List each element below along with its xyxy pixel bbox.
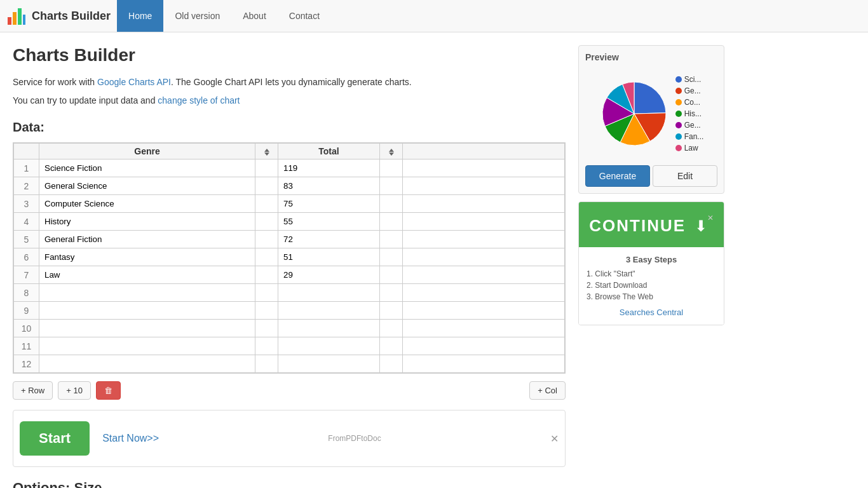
total-cell[interactable]: [278, 177, 380, 195]
genre-cell[interactable]: [39, 248, 255, 266]
total-cell[interactable]: [278, 231, 380, 248]
change-style-link[interactable]: change style of chart: [158, 95, 240, 105]
edit-button[interactable]: Edit: [653, 165, 717, 187]
brand-logo[interactable]: Charts Builder: [6, 6, 111, 26]
genre-input[interactable]: [44, 233, 250, 245]
legend-item: Ge...: [675, 86, 704, 95]
genre-input[interactable]: [44, 304, 250, 316]
generate-button[interactable]: Generate: [585, 165, 650, 187]
table-row: 4: [14, 213, 565, 231]
total-input[interactable]: [283, 269, 374, 281]
intro-paragraph-2: You can try to update input data and cha…: [13, 94, 566, 107]
total-input[interactable]: [283, 304, 374, 316]
genre-cell[interactable]: [39, 284, 255, 302]
total-cell[interactable]: [278, 355, 380, 373]
nav-items: Home Old version About Contact: [117, 0, 331, 32]
total-cell[interactable]: [278, 248, 380, 266]
add-10-rows-button[interactable]: + 10: [58, 381, 91, 400]
ad-close-button[interactable]: ✕: [550, 433, 559, 445]
row-number: 12: [14, 355, 39, 373]
sort-up-icon: [264, 149, 269, 152]
svg-rect-2: [18, 8, 22, 25]
genre-input[interactable]: [44, 340, 250, 352]
row-number: 8: [14, 284, 39, 302]
sort-cell: [255, 231, 278, 248]
svg-rect-3: [23, 15, 25, 25]
extra-cell: [403, 195, 565, 213]
content-ad-container: Start Start Now>> FromPDFtoDoc ✕: [13, 410, 566, 467]
row-number: 2: [14, 177, 39, 195]
col-header-genre: Genre: [39, 144, 255, 159]
genre-cell[interactable]: [39, 302, 255, 320]
total-input[interactable]: [283, 180, 374, 192]
table-row: 2: [14, 177, 565, 195]
total-input[interactable]: [283, 198, 374, 210]
svg-rect-1: [13, 12, 17, 25]
legend-item: Ge...: [675, 121, 704, 130]
delete-button[interactable]: 🗑: [96, 381, 121, 400]
total-input[interactable]: [283, 233, 374, 245]
sort-up2-icon: [389, 149, 394, 152]
genre-cell[interactable]: [39, 159, 255, 177]
extra-cell: [403, 231, 565, 248]
genre-input[interactable]: [44, 269, 250, 281]
total-cell[interactable]: [278, 302, 380, 320]
total-cell[interactable]: [278, 337, 380, 355]
total-cell[interactable]: [278, 213, 380, 231]
table-row: 11: [14, 337, 565, 355]
total-cell[interactable]: [278, 266, 380, 284]
total-input[interactable]: [283, 162, 374, 174]
total-cell[interactable]: [278, 320, 380, 337]
legend-dot: [675, 145, 682, 151]
sidebar-ad-close-button[interactable]: ✕: [707, 214, 714, 222]
searches-central-link[interactable]: Searches Central: [587, 308, 716, 317]
genre-cell[interactable]: [39, 266, 255, 284]
sort-genre-button[interactable]: [255, 144, 278, 159]
genre-input[interactable]: [44, 162, 250, 174]
sort-total-button[interactable]: [380, 144, 403, 159]
total-input[interactable]: [283, 251, 374, 263]
total-cell[interactable]: [278, 159, 380, 177]
total-input[interactable]: [283, 322, 374, 334]
add-row-button[interactable]: + Row: [13, 381, 53, 400]
nav-home[interactable]: Home: [117, 0, 163, 32]
legend-label: Co...: [684, 98, 700, 107]
total-input[interactable]: [283, 287, 374, 299]
nav-about[interactable]: About: [231, 0, 278, 32]
genre-cell[interactable]: [39, 355, 255, 373]
sort-cell: [255, 159, 278, 177]
ad-start-button[interactable]: Start: [20, 421, 90, 456]
total-input[interactable]: [283, 340, 374, 352]
genre-cell[interactable]: [39, 320, 255, 337]
genre-input[interactable]: [44, 180, 250, 192]
total-input[interactable]: [283, 358, 374, 370]
genre-input[interactable]: [44, 358, 250, 370]
google-charts-api-link[interactable]: Google Charts API: [97, 77, 171, 87]
total-input[interactable]: [283, 215, 374, 227]
genre-input[interactable]: [44, 215, 250, 227]
add-col-button[interactable]: + Col: [529, 381, 566, 400]
nav-old-version[interactable]: Old version: [163, 0, 231, 32]
total-cell[interactable]: [278, 284, 380, 302]
total-cell[interactable]: [278, 195, 380, 213]
genre-input[interactable]: [44, 251, 250, 263]
legend-dot: [675, 99, 682, 105]
sidebar-ad-body: 3 Easy Steps 1. Click "Start"2. Start Do…: [579, 247, 724, 325]
legend-dot: [675, 88, 682, 94]
genre-input[interactable]: [44, 198, 250, 210]
legend-label: Ge...: [684, 121, 701, 130]
genre-cell[interactable]: [39, 231, 255, 248]
genre-input[interactable]: [44, 322, 250, 334]
genre-cell[interactable]: [39, 337, 255, 355]
genre-input[interactable]: [44, 287, 250, 299]
genre-cell[interactable]: [39, 195, 255, 213]
intro1-prefix: Service for work with: [13, 77, 97, 87]
extra-cell: [403, 266, 565, 284]
extra-cell: [403, 302, 565, 320]
genre-cell[interactable]: [39, 213, 255, 231]
ad-start-now-link[interactable]: Start Now>>: [102, 433, 159, 444]
sort2-cell: [380, 284, 403, 302]
nav-contact[interactable]: Contact: [278, 0, 331, 32]
genre-cell[interactable]: [39, 177, 255, 195]
preview-buttons: Generate Edit: [585, 165, 717, 187]
